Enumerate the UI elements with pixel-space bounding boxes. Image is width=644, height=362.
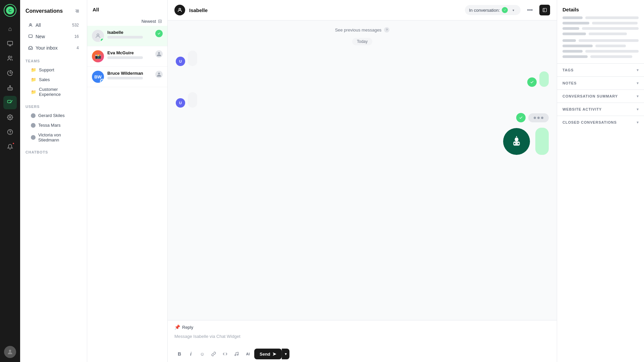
filter-icon[interactable]: ⊟ (158, 18, 162, 24)
teams-section-title: TEAMS (20, 54, 87, 65)
reply-input[interactable]: Message Isabelle via Chat Widget (174, 333, 550, 346)
notes-chevron-icon: ▾ (637, 81, 639, 85)
msg-bubble-group-sent-1 (539, 71, 549, 87)
conv-item-eva[interactable]: 📸 Eva McGuire (87, 46, 167, 67)
see-previous-messages[interactable]: See previous messages ? (176, 27, 549, 33)
chat-contact-avatar (174, 5, 185, 15)
conversations-header: Conversations (20, 0, 87, 19)
bold-btn[interactable]: B (174, 349, 184, 359)
ai-btn[interactable]: AI (243, 349, 253, 359)
conv-info-bruce: Bruce Wilderman (107, 71, 152, 79)
sidebar-item-new-badge: 16 (74, 34, 79, 39)
send-arrow-icon: ➤ (272, 351, 276, 357)
conv-item-bruce[interactable]: BW ✓ Bruce Wilderman (87, 67, 167, 87)
conv-status-bruce (155, 71, 163, 78)
svg-point-35 (516, 136, 517, 137)
svg-point-23 (158, 52, 160, 54)
details-section-conversation-summary[interactable]: CONVERSATION SUMMARY ▾ (557, 89, 644, 103)
user-gerard-label: Gerard Skiles (38, 113, 65, 118)
filter-btn[interactable] (73, 7, 82, 15)
message-row-received-2: U (176, 92, 549, 108)
team-cx-label: Customer Experience (39, 87, 79, 97)
svg-rect-27 (543, 8, 547, 12)
sidebar-user-tessa[interactable]: Tessa Mars (23, 121, 84, 130)
user-avatar-nav[interactable] (4, 346, 16, 358)
sidebar-item-all[interactable]: All 532 (23, 20, 84, 31)
sidebar-item-new[interactable]: New 16 (23, 31, 84, 42)
user-victoria-label: Victoria von Stiedmann (38, 132, 79, 142)
inbox-icon[interactable] (3, 37, 17, 50)
sidebar-team-support[interactable]: 📁 Support (23, 65, 84, 74)
link-btn[interactable] (209, 349, 219, 359)
in-conv-dropdown-btn[interactable]: ▾ (510, 7, 517, 13)
conv-summary-chevron-icon: ▾ (637, 94, 639, 99)
sidebar-item-inbox-badge: 4 (76, 46, 79, 50)
conv-name-eva: Eva McGuire (107, 50, 152, 55)
audio-btn[interactable] (231, 349, 241, 359)
contacts-icon[interactable] (3, 52, 17, 65)
notifications-icon[interactable] (3, 140, 17, 154)
conversations-title: Conversations (25, 8, 63, 14)
svg-point-36 (235, 355, 236, 356)
in-conversation-badge: In conversation: ▾ (465, 5, 521, 15)
conv-status-isabelle (155, 30, 163, 37)
svg-rect-20 (29, 35, 33, 38)
message-row-bot (176, 128, 549, 155)
conversations-nav-icon[interactable] (3, 96, 17, 109)
details-section-closed-conversations[interactable]: CLOSED CONVERSATIONS ▾ (557, 116, 644, 129)
svg-rect-33 (515, 138, 518, 139)
user-tessa-label: Tessa Mars (38, 123, 60, 128)
chat-panel: Isabelle In conversation: ▾ ••• See prev… (168, 0, 557, 362)
user-avatar-gerard (31, 113, 36, 118)
home-icon[interactable]: ⌂ (3, 22, 17, 36)
conv-list-tab-all[interactable]: All (93, 7, 99, 12)
bot-icon[interactable] (3, 81, 17, 95)
conv-name-isabelle: Isabelle (107, 30, 152, 35)
prev-messages-label: See previous messages (335, 27, 382, 33)
msg-bubble-1 (188, 51, 197, 66)
chat-body: See previous messages ? Today U (168, 20, 557, 320)
user-msg-avatar-1: U (176, 57, 185, 66)
details-header: Details (557, 0, 644, 16)
conv-info-isabelle: Isabelle (107, 30, 152, 39)
msg-bubble-group-1 (188, 51, 197, 66)
details-section-website-activity[interactable]: WEBSITE ACTIVITY ▾ (557, 103, 644, 116)
folder-icon-sales: 📁 (31, 77, 36, 82)
msg-bubble-group-2 (188, 92, 197, 108)
reports-icon[interactable] (3, 66, 17, 80)
svg-point-11 (9, 117, 11, 118)
reply-placeholder: Message Isabelle via Chat Widget (174, 334, 240, 339)
app-logo[interactable]: C (4, 4, 16, 17)
details-section-notes[interactable]: NOTES ▾ (557, 76, 644, 89)
send-button[interactable]: Send ➤ (254, 349, 282, 359)
icon-nav: C ⌂ (0, 0, 20, 362)
help-icon[interactable] (3, 125, 17, 139)
conv-item-isabelle[interactable]: Isabelle (87, 26, 167, 46)
conv-preview-isabelle (107, 36, 143, 39)
sidebar-team-sales[interactable]: 📁 Sales (23, 75, 84, 84)
chat-contact-name: Isabelle (189, 7, 461, 13)
website-activity-title: WEBSITE ACTIVITY (562, 107, 602, 111)
chatbots-section-title: CHATBOTS (20, 145, 87, 156)
svg-rect-0 (8, 41, 13, 45)
closed-conversations-title: CLOSED CONVERSATIONS (562, 120, 617, 124)
sidebar-user-gerard[interactable]: Gerard Skiles (23, 111, 84, 120)
emoji-btn[interactable]: ☺ (197, 349, 207, 359)
italic-btn[interactable]: i (186, 349, 196, 359)
sidebar-toggle-btn[interactable] (539, 5, 550, 15)
user-msg-avatar-2: U (176, 98, 185, 108)
sidebar-item-inbox[interactable]: Your inbox 4 (23, 43, 84, 53)
more-options-btn[interactable]: ••• (525, 5, 535, 15)
code-btn[interactable] (220, 349, 230, 359)
sidebar-item-inbox-label: Your inbox (36, 45, 58, 51)
details-section-tags[interactable]: TAGS ▾ (557, 63, 644, 76)
conv-name-bruce: Bruce Wilderman (107, 71, 152, 76)
svg-point-21 (97, 34, 99, 36)
sidebar-team-cx[interactable]: 📁 Customer Experience (23, 85, 84, 99)
conv-preview-bruce (107, 77, 143, 79)
sidebar-user-victoria[interactable]: Victoria von Stiedmann (23, 130, 84, 144)
settings-icon[interactable] (3, 111, 17, 124)
in-conv-status-dot (502, 7, 508, 13)
send-dropdown-btn[interactable]: ▾ (282, 349, 289, 359)
details-skeleton (557, 16, 644, 63)
